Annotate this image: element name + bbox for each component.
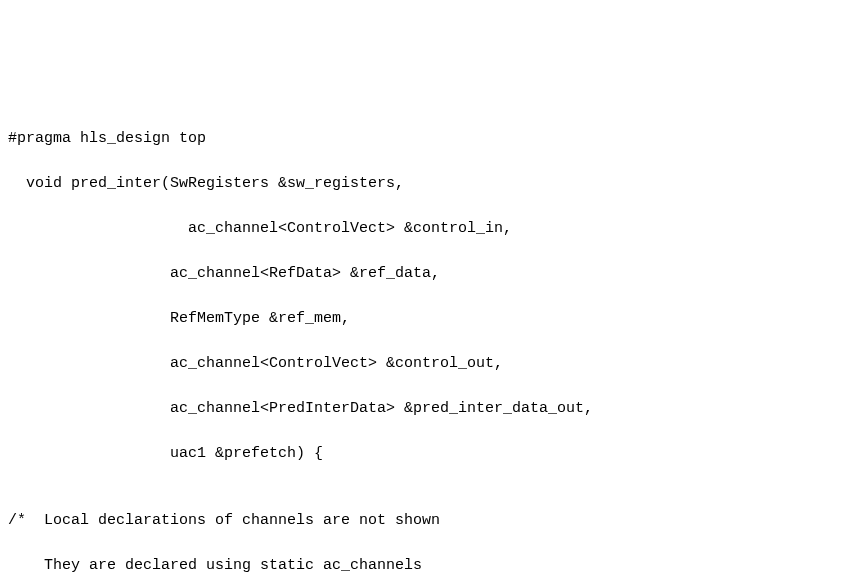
code-line-1: #pragma hls_design top: [8, 128, 851, 151]
code-snippet: #pragma hls_design top void pred_inter(S…: [8, 105, 851, 572]
code-line-3: ac_channel<ControlVect> &control_in,: [8, 218, 851, 241]
code-line-6: ac_channel<ControlVect> &control_out,: [8, 353, 851, 376]
code-line-7: ac_channel<PredInterData> &pred_inter_da…: [8, 398, 851, 421]
code-line-5: RefMemType &ref_mem,: [8, 308, 851, 331]
code-line-10: /* Local declarations of channels are no…: [8, 510, 851, 533]
code-line-2: void pred_inter(SwRegisters &sw_register…: [8, 173, 851, 196]
code-line-11: They are declared using static ac_channe…: [8, 555, 851, 572]
code-line-4: ac_channel<RefData> &ref_data,: [8, 263, 851, 286]
code-line-8: uac1 &prefetch) {: [8, 443, 851, 466]
